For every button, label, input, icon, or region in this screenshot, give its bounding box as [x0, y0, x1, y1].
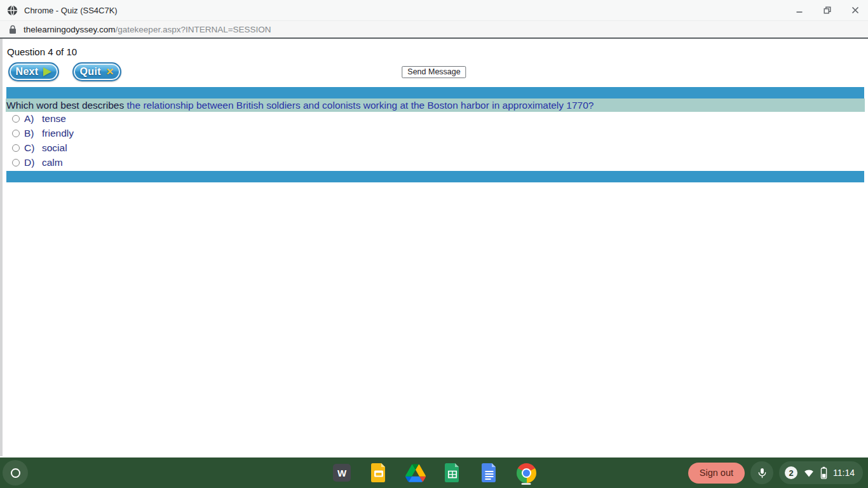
option-c-radio[interactable] [12, 144, 20, 152]
app-google-sheets[interactable] [442, 461, 463, 485]
question-progress: Question 4 of 10 [7, 46, 77, 57]
play-icon [43, 67, 51, 76]
clock: 11:14 [833, 468, 855, 478]
question-text-rest: the relationship between British soldier… [124, 100, 593, 111]
url-path: /gatekeeper.aspx?INTERNAL=SESSION [116, 25, 271, 34]
app-google-slides[interactable] [369, 461, 389, 485]
launcher-icon [11, 468, 20, 478]
answer-option-d[interactable]: D) calm [12, 155, 63, 170]
google-docs-icon [482, 463, 497, 482]
chrome-active-indicator [522, 483, 531, 485]
bottom-divider-bar [6, 171, 864, 182]
google-slides-icon [371, 463, 386, 482]
answer-option-a[interactable]: A) tense [12, 111, 66, 126]
google-sheets-icon [445, 463, 460, 482]
address-bar[interactable]: thelearningodyssey.com/gatekeeper.aspx?I… [0, 21, 868, 39]
next-button-label: Next [16, 66, 39, 78]
option-b-text: friendly [42, 128, 74, 139]
wifi-icon [803, 467, 815, 478]
window-controls [795, 6, 860, 15]
window-titlebar: Chrome - Quiz (SS4C7K) [0, 0, 868, 21]
window-title: Chrome - Quiz (SS4C7K) [24, 6, 118, 15]
option-d-radio[interactable] [12, 159, 20, 166]
restore-button[interactable] [823, 6, 832, 15]
answer-option-b[interactable]: B) friendly [12, 126, 74, 140]
status-tray[interactable]: 2 11:14 [779, 461, 863, 484]
quit-button-label: Quit [80, 66, 101, 78]
screen: Chrome - Quiz (SS4C7K) thelearningodysse… [0, 0, 868, 488]
app-w[interactable]: W [332, 461, 352, 485]
option-b-radio[interactable] [12, 130, 20, 137]
option-c-letter: C) [24, 142, 37, 154]
app-chrome[interactable] [516, 461, 536, 485]
option-a-text: tense [42, 113, 66, 125]
lock-icon[interactable] [9, 25, 17, 34]
answer-option-c[interactable]: C) social [12, 140, 67, 155]
notification-badge: 2 [785, 466, 797, 479]
top-divider-bar [6, 87, 864, 98]
chromeos-shelf: W [0, 458, 868, 488]
shelf-apps: W [332, 458, 536, 488]
microphone-button[interactable] [750, 461, 773, 484]
send-message-button[interactable]: Send Message [402, 66, 466, 78]
question-text-read: Which word best describes [6, 100, 124, 111]
option-d-letter: D) [24, 157, 37, 168]
shelf-status-area: Sign out 2 11:14 [688, 458, 863, 488]
page-content: Question 4 of 10 Next Quit ✕ Send Messag… [0, 39, 868, 456]
launcher-button[interactable] [3, 460, 28, 485]
app-google-docs[interactable] [479, 461, 499, 485]
option-d-text: calm [42, 157, 63, 168]
url-domain: thelearningodyssey.com [24, 25, 116, 34]
option-a-radio[interactable] [12, 115, 20, 123]
battery-icon [820, 466, 827, 479]
globe-icon [7, 5, 18, 16]
option-b-letter: B) [24, 128, 37, 139]
w-app-icon: W [333, 464, 351, 482]
microphone-icon [756, 467, 768, 479]
page-left-edge [0, 39, 3, 456]
chrome-icon [517, 463, 536, 483]
option-c-text: social [42, 142, 67, 154]
quit-button[interactable]: Quit ✕ [72, 62, 121, 81]
quit-x-icon: ✕ [106, 66, 114, 78]
option-a-letter: A) [24, 113, 37, 125]
question-text: Which word best describes the relationsh… [6, 98, 865, 112]
next-button[interactable]: Next [8, 62, 59, 81]
sign-out-button[interactable]: Sign out [688, 463, 745, 484]
close-button[interactable] [851, 6, 860, 15]
minimize-button[interactable] [795, 6, 804, 15]
app-google-drive[interactable] [405, 461, 426, 485]
google-drive-icon [405, 464, 426, 482]
